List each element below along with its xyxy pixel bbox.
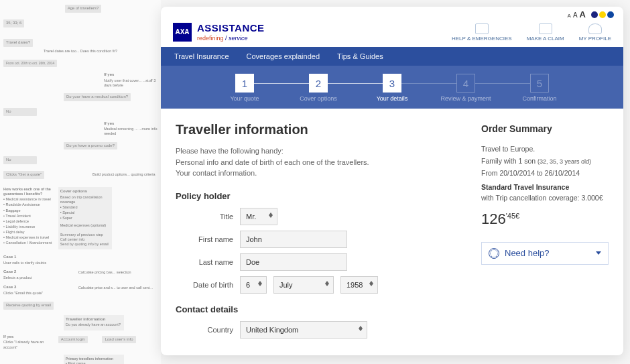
wireframe-background: Age of travellers? 35; 33; 6 Travel date… [0, 0, 161, 364]
app-window: A A A AXA ASSISTANCE redefining / servic… [161, 7, 623, 355]
theme-dot-2[interactable] [599, 11, 606, 18]
page-title: Traveller information [176, 122, 462, 137]
header-utility-links: HELP & EMERGENCIES MAKE A CLAIM MY PROFI… [452, 23, 611, 42]
contact-details-heading: Contact details [176, 304, 462, 314]
form-column: Traveller information Please have the fo… [176, 122, 462, 344]
nav-tips-guides[interactable]: Tips & Guides [337, 52, 383, 60]
summary-destination: Travel to Europe. [481, 144, 609, 155]
nav-travel-insurance[interactable]: Travel Insurance [174, 52, 229, 60]
lifebuoy-icon [489, 248, 499, 259]
theme-color-controls [591, 11, 614, 18]
summary-product: Standard Travel Insurance [481, 182, 609, 193]
need-help-toggle[interactable]: Need help? [481, 242, 609, 265]
order-summary: Order Summary Travel to Europe. Family w… [481, 122, 609, 230]
step-cover-options[interactable]: 2 Cover options [281, 74, 355, 102]
theme-dot-1[interactable] [591, 11, 598, 18]
title-label: Title [176, 213, 240, 221]
theme-dot-3[interactable] [607, 11, 614, 18]
camera-icon [475, 23, 489, 34]
summary-dates: From 20/10/2014 to 26/10/2014 [481, 168, 609, 179]
font-small-button[interactable]: A [568, 13, 571, 19]
font-medium-button[interactable]: A [573, 11, 578, 19]
lastname-input[interactable] [240, 253, 347, 271]
document-icon [539, 23, 552, 34]
intro-text: Please have the following handy: Persona… [176, 145, 462, 179]
brand-logo: AXA [173, 23, 192, 42]
dob-label: Date of birth [176, 281, 240, 289]
main-nav: Travel Insurance Coverages explainded Ti… [161, 47, 623, 66]
chevron-down-icon [596, 251, 601, 255]
order-summary-column: Order Summary Travel to Europe. Family w… [481, 122, 609, 344]
dob-month-select[interactable] [273, 276, 334, 294]
help-emergencies-link[interactable]: HELP & EMERGENCIES [452, 23, 512, 42]
dob-day-select[interactable] [240, 276, 267, 294]
font-large-button[interactable]: A [580, 9, 586, 19]
step-your-quote[interactable]: 1 Your quote [208, 74, 281, 102]
nav-coverages[interactable]: Coverages explainded [247, 52, 320, 60]
main-content: Traveller information Please have the fo… [161, 109, 623, 355]
step-confirmation: 5 Confirmation [503, 74, 576, 102]
need-help-label: Need help? [505, 248, 550, 258]
country-select[interactable] [240, 321, 367, 339]
summary-family: Family with 1 son (32, 35, 3 years old) [481, 156, 609, 167]
country-label: Country [176, 326, 240, 334]
lastname-label: Last name [176, 258, 240, 266]
summary-title: Order Summary [481, 122, 609, 139]
title-select[interactable] [240, 208, 277, 225]
make-claim-link[interactable]: MAKE A CLAIM [527, 23, 564, 42]
firstname-label: First name [176, 235, 240, 243]
person-icon [588, 23, 602, 34]
summary-coverage: with Trip cancellation coverage: 3.000€ [481, 193, 609, 204]
policy-holder-heading: Policy holder [176, 191, 462, 201]
progress-steps: 1 Your quote 2 Cover options 3 Your deta… [161, 66, 623, 109]
font-size-controls: A A A [568, 9, 586, 19]
utility-bar: A A A [161, 7, 623, 19]
header: AXA ASSISTANCE redefining / service HELP… [161, 19, 623, 47]
brand-name: ASSISTANCE [197, 22, 265, 34]
dob-year-select[interactable] [340, 276, 378, 294]
step-your-details[interactable]: 3 Your details [355, 74, 429, 102]
brand: AXA ASSISTANCE redefining / service [173, 22, 265, 42]
summary-price: 126'45€ [481, 208, 609, 230]
brand-tagline: redefining / service [197, 35, 265, 42]
firstname-input[interactable] [240, 231, 347, 248]
step-review-payment: 4 Review & payment [429, 74, 503, 102]
my-profile-link[interactable]: MY PROFILE [579, 23, 611, 42]
